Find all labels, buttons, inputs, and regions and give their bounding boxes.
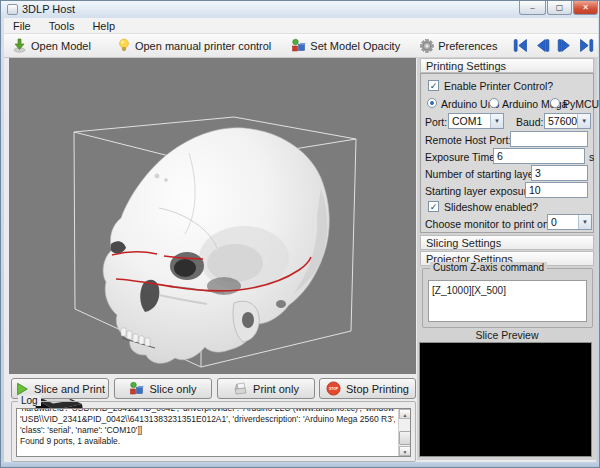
log-line: 'class': 'serial', 'name': 'COM10']]: [20, 425, 395, 436]
slideshow-checkbox[interactable]: ✓: [428, 201, 439, 212]
remote-host-input[interactable]: [510, 131, 588, 147]
exposure-time-input[interactable]: [493, 148, 585, 164]
starting-layers-label: Number of starting layers: [425, 168, 542, 180]
slicing-settings-header[interactable]: Slicing Settings: [420, 235, 594, 250]
window-border-bottom: [1, 462, 600, 467]
menu-help[interactable]: Help: [83, 19, 124, 32]
slice-preview-image: [419, 342, 592, 457]
log-line: 'USB\\VID_2341&PID_0042\\64131383231351E…: [20, 414, 395, 425]
zaxis-command-input[interactable]: [Z_1000][X_500]: [428, 280, 587, 322]
scroll-up-button[interactable]: ▲: [399, 409, 411, 419]
starting-layers-input[interactable]: [531, 165, 588, 181]
log-title: Log: [18, 395, 41, 406]
scroll-down-icon: ▼: [403, 449, 408, 455]
monitor-label: Choose monitor to print on:: [425, 218, 552, 230]
skull-model: [103, 128, 329, 364]
previous-layer-button[interactable]: [535, 38, 550, 53]
scroll-down-button[interactable]: ▼: [399, 446, 411, 456]
chevron-down-icon: ▼: [578, 215, 591, 229]
preferences-label: Preferences: [438, 40, 497, 52]
zaxis-command-title: Custom Z-axis command: [430, 262, 547, 273]
app-window: 3DLP Host – ▢ ✕ File Tools Help Open Mod…: [0, 0, 600, 468]
close-icon: ✕: [582, 3, 589, 12]
minimize-icon: –: [530, 3, 534, 12]
baud-label: Baud:: [516, 116, 543, 128]
port-select[interactable]: COM1 ▼: [448, 113, 504, 129]
toolbar: Open Model Open manual printer control S…: [4, 34, 598, 58]
opacity-cubes-icon: [291, 38, 306, 53]
log-text: 'hardwareid': 'USB\\VID_2341&PID_0042', …: [20, 408, 395, 447]
slice-and-print-label: Slice and Print: [34, 383, 105, 395]
chevron-down-icon: ▼: [490, 114, 503, 128]
next-layer-button[interactable]: [557, 38, 572, 53]
stop-printing-label: Stop Printing: [346, 383, 409, 395]
close-button[interactable]: ✕: [573, 1, 598, 15]
exposure-unit-label: s: [589, 151, 594, 163]
log-output[interactable]: 'hardwareid': 'USB\\VID_2341&PID_0042', …: [16, 408, 411, 457]
radio-pymcu-label: PyMCU: [563, 98, 599, 110]
starting-exposure-input[interactable]: [525, 182, 588, 198]
open-model-icon: [12, 38, 27, 53]
port-label: Port:: [425, 116, 447, 128]
exposure-time-label: Exposure Time: [425, 151, 495, 163]
app-icon: [7, 4, 18, 15]
printing-settings-header[interactable]: Printing Settings: [420, 58, 594, 73]
slicing-settings-title: Slicing Settings: [426, 237, 501, 249]
menu-tools[interactable]: Tools: [40, 19, 84, 32]
model-canvas: [9, 58, 416, 374]
monitor-select[interactable]: 0 ▼: [547, 214, 592, 230]
stop-icon: STOP: [326, 381, 341, 396]
lightbulb-icon: [117, 38, 131, 53]
manual-printer-control-label: Open manual printer control: [135, 40, 271, 52]
manual-printer-control-button[interactable]: Open manual printer control: [111, 36, 277, 55]
menu-bar: File Tools Help: [4, 18, 598, 34]
scroll-up-icon: ▲: [403, 412, 408, 418]
set-model-opacity-button[interactable]: Set Model Opacity: [285, 36, 406, 55]
remote-host-label: Remote Host Port:: [425, 134, 511, 146]
preferences-button[interactable]: Preferences: [414, 37, 503, 55]
play-icon: [15, 382, 29, 396]
window-title: 3DLP Host: [22, 3, 75, 15]
baud-value: 57600: [545, 115, 577, 127]
baud-select[interactable]: 57600 ▼: [544, 113, 591, 129]
check-icon: ✓: [430, 81, 438, 91]
stop-printing-button[interactable]: STOP Stop Printing: [319, 378, 416, 399]
slideshow-label: Slideshow enabled?: [444, 201, 538, 213]
slice-preview-label: Slice Preview: [420, 329, 594, 341]
printer-icon: [233, 381, 248, 396]
layer-navigation-group: [513, 38, 594, 53]
maximize-button[interactable]: ▢: [547, 1, 572, 15]
enable-printer-checkbox[interactable]: ✓: [428, 80, 439, 91]
menu-file[interactable]: File: [4, 19, 40, 32]
model-viewport[interactable]: Front Right: [9, 58, 416, 374]
radio-arduino-mega[interactable]: [489, 98, 499, 108]
last-layer-button[interactable]: [579, 38, 594, 53]
radio-pymcu[interactable]: [550, 98, 560, 108]
print-only-button[interactable]: Print only: [217, 378, 315, 399]
scroll-thumb[interactable]: [399, 431, 411, 445]
port-value: COM1: [449, 115, 490, 127]
slice-cubes-icon: [129, 381, 144, 396]
slice-only-label: Slice only: [149, 383, 196, 395]
radio-arduino-uno[interactable]: [427, 98, 437, 108]
slice-only-button[interactable]: Slice only: [114, 378, 212, 399]
set-model-opacity-label: Set Model Opacity: [310, 40, 400, 52]
monitor-value: 0: [548, 216, 578, 228]
open-model-button[interactable]: Open Model: [6, 36, 97, 55]
enable-printer-label: Enable Printer Control?: [444, 80, 553, 92]
open-model-label: Open Model: [31, 40, 91, 52]
log-line: Found 9 ports, 1 available.: [20, 436, 395, 447]
starting-exposure-label: Starting layer exposure: [425, 185, 533, 197]
first-layer-button[interactable]: [513, 38, 528, 53]
window-border-left: [1, 18, 4, 468]
chevron-down-icon: ▼: [577, 114, 590, 128]
gear-icon: [420, 39, 434, 53]
stop-icon-text: STOP: [329, 387, 339, 391]
titlebar[interactable]: [1, 1, 600, 18]
check-icon: ✓: [430, 202, 438, 212]
minimize-button[interactable]: –: [519, 1, 546, 15]
log-scrollbar[interactable]: ▲ ▼: [398, 409, 410, 456]
printing-settings-title: Printing Settings: [426, 60, 506, 72]
maximize-icon: ▢: [556, 3, 564, 12]
print-only-label: Print only: [253, 383, 299, 395]
